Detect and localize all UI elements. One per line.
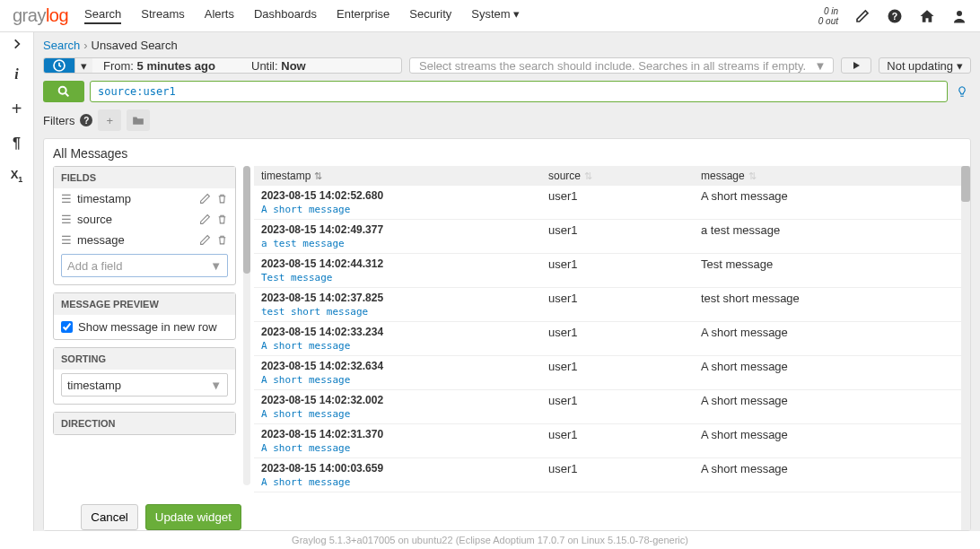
filter-folder-button[interactable]: [127, 109, 150, 131]
message-row[interactable]: 2023-08-15 14:02:52.680user1A short mess…: [254, 186, 970, 220]
cell-timestamp: 2023-08-15 14:02:32.634: [261, 360, 548, 373]
preview-check-label: Show message in new row: [78, 320, 217, 334]
nav-alerts[interactable]: Alerts: [205, 7, 234, 24]
stream-placeholder: Select streams the search should include…: [419, 59, 806, 73]
drag-icon[interactable]: ☰: [61, 213, 72, 226]
message-row[interactable]: 2023-08-15 14:02:37.825user1test short m…: [254, 288, 970, 322]
nav-security[interactable]: Security: [409, 7, 451, 24]
add-filter-button[interactable]: +: [98, 109, 121, 131]
nav-system-label: System: [471, 7, 510, 21]
cell-timestamp: 2023-08-15 14:00:03.659: [261, 462, 548, 475]
edit-icon[interactable]: [199, 214, 211, 225]
message-preview: A short message: [261, 476, 963, 488]
cell-message: A short message: [701, 189, 963, 203]
nav-dashboards[interactable]: Dashboards: [254, 7, 317, 24]
pilcrow-icon[interactable]: ¶: [13, 135, 21, 152]
subscript-icon[interactable]: X1: [11, 168, 23, 184]
search-button[interactable]: [43, 81, 84, 102]
clock-icon[interactable]: [44, 58, 74, 73]
cell-timestamp: 2023-08-15 14:02:32.002: [261, 394, 548, 407]
col-source[interactable]: source: [548, 170, 581, 182]
expand-icon[interactable]: [11, 38, 23, 50]
message-preview: test short message: [261, 306, 963, 318]
main-nav: Search Streams Alerts Dashboards Enterpr…: [84, 7, 520, 24]
update-label: Not updating: [887, 59, 953, 73]
cell-timestamp: 2023-08-15 14:02:37.825: [261, 292, 548, 305]
cell-message: A short message: [701, 428, 963, 441]
fields-header: FIELDS: [54, 167, 235, 188]
message-row[interactable]: 2023-08-15 14:02:32.002user1A short mess…: [254, 390, 970, 424]
nav-search[interactable]: Search: [84, 7, 121, 24]
breadcrumb-current: Unsaved Search: [92, 39, 178, 52]
time-range-picker[interactable]: ▾ From: 5 minutes ago Until: Now: [43, 57, 402, 74]
widget-config: FIELDS ☰timestamp☰source☰message Add a f…: [44, 166, 250, 530]
message-row[interactable]: 2023-08-15 14:02:49.377user1a test messa…: [254, 220, 970, 254]
query-input[interactable]: [90, 81, 948, 102]
logo-part1: gray: [13, 5, 46, 25]
nav-streams[interactable]: Streams: [141, 7, 184, 24]
drag-icon[interactable]: ☰: [61, 233, 72, 247]
sort-icon[interactable]: ⇅: [748, 170, 757, 181]
cell-message: A short message: [701, 326, 963, 339]
show-preview-checkbox[interactable]: [61, 321, 73, 333]
col-timestamp[interactable]: timestamp: [261, 170, 311, 182]
info-icon[interactable]: i: [14, 66, 18, 83]
drag-icon[interactable]: ☰: [61, 192, 72, 205]
add-icon[interactable]: +: [12, 99, 22, 119]
message-table: timestamp⇅ source⇅ message⇅ 2023-08-15 1…: [250, 166, 970, 530]
help-icon[interactable]: ?: [80, 114, 92, 126]
edit-icon[interactable]: [199, 193, 211, 205]
until-value: Now: [281, 59, 305, 73]
breadcrumb-root[interactable]: Search: [43, 39, 80, 52]
add-field-input[interactable]: Add a field▼: [61, 254, 228, 277]
logo[interactable]: graylog: [13, 5, 68, 26]
delete-icon[interactable]: [216, 193, 228, 205]
cell-message: A short message: [701, 462, 963, 475]
user-icon[interactable]: [951, 8, 967, 24]
time-range-caret[interactable]: ▾: [74, 58, 92, 73]
message-row[interactable]: 2023-08-15 14:00:03.659user1A short mess…: [254, 458, 970, 492]
nav-system[interactable]: System ▾: [471, 7, 520, 24]
config-scrollbar[interactable]: [243, 166, 250, 485]
throughput: 0 in 0 out: [818, 6, 838, 26]
sort-icon[interactable]: ⇅: [584, 170, 592, 181]
message-row[interactable]: 2023-08-15 14:02:31.370user1A short mess…: [254, 424, 970, 458]
field-row: ☰source: [54, 209, 235, 230]
svg-point-4: [59, 87, 66, 94]
message-row[interactable]: 2023-08-15 14:02:32.634user1A short mess…: [254, 356, 970, 390]
field-row: ☰timestamp: [54, 188, 235, 209]
add-field-placeholder: Add a field: [67, 259, 122, 273]
cell-message: test short message: [701, 292, 963, 305]
filters-label: Filters: [43, 114, 74, 127]
update-widget-button[interactable]: Update widget: [145, 504, 241, 530]
svg-point-2: [957, 11, 962, 16]
stream-selector[interactable]: Select streams the search should include…: [409, 57, 834, 74]
edit-icon[interactable]: [199, 234, 211, 246]
help-icon[interactable]: ?: [887, 8, 903, 24]
edit-icon[interactable]: [854, 8, 871, 24]
messages-scrollbar[interactable]: [961, 166, 970, 530]
caret-down-icon: ▼: [210, 379, 222, 392]
cell-source: user1: [548, 189, 701, 203]
cell-message: A short message: [701, 394, 963, 407]
home-icon[interactable]: [919, 8, 935, 24]
delete-icon[interactable]: [216, 214, 228, 225]
lightbulb-icon[interactable]: [953, 81, 971, 102]
cell-source: user1: [548, 326, 701, 339]
nav-enterprise[interactable]: Enterprise: [337, 7, 389, 24]
topbar: graylog Search Streams Alerts Dashboards…: [0, 0, 980, 32]
cancel-button[interactable]: Cancel: [81, 504, 138, 530]
message-row[interactable]: 2023-08-15 14:02:33.234user1A short mess…: [254, 322, 970, 356]
message-row[interactable]: 2023-08-15 14:02:44.312user1Test message…: [254, 254, 970, 288]
run-search-button[interactable]: [841, 57, 871, 74]
update-interval-select[interactable]: Not updating▾: [879, 57, 971, 74]
sort-field-select[interactable]: timestamp▼: [61, 373, 228, 396]
field-name: timestamp: [77, 192, 194, 205]
field-row: ☰message: [54, 230, 235, 250]
sort-desc-icon[interactable]: ⇅: [314, 170, 322, 181]
cell-message: A short message: [701, 360, 963, 373]
col-message[interactable]: message: [701, 170, 745, 182]
cell-message: Test message: [701, 257, 963, 271]
delete-icon[interactable]: [216, 234, 228, 246]
cell-timestamp: 2023-08-15 14:02:52.680: [261, 189, 548, 203]
